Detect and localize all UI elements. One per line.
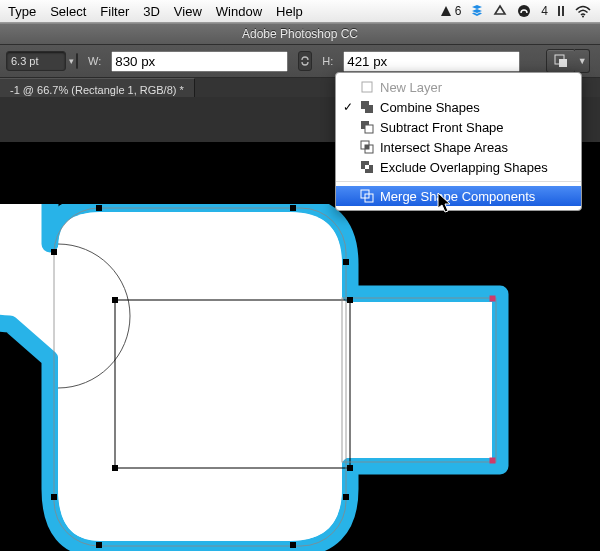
menu-select[interactable]: Select bbox=[50, 4, 86, 19]
svg-rect-16 bbox=[290, 205, 296, 211]
svg-rect-2 bbox=[562, 6, 564, 16]
popup-item-label: Combine Shapes bbox=[380, 100, 480, 115]
app-titlebar: Adobe Photoshop CC bbox=[0, 23, 600, 45]
svg-point-3 bbox=[582, 16, 584, 18]
path-operations-popup: New Layer ✓ Combine Shapes Subtract Fron… bbox=[335, 72, 582, 211]
stroke-style-dropdown[interactable] bbox=[76, 53, 78, 69]
svg-rect-29 bbox=[365, 125, 373, 133]
svg-rect-23 bbox=[490, 296, 495, 301]
link-dimensions-icon[interactable] bbox=[298, 51, 312, 71]
popup-item-label: Merge Shape Components bbox=[380, 189, 535, 204]
adobe-notif-icon[interactable]: 6 bbox=[439, 4, 462, 18]
path-operations-dropdown-arrow[interactable]: ▼ bbox=[575, 49, 590, 73]
menu-3d[interactable]: 3D bbox=[143, 4, 160, 19]
exclude-icon bbox=[360, 160, 374, 174]
document-tab-title: -1 @ 66.7% (Rectangle 1, RGB/8) * bbox=[10, 84, 184, 96]
svg-rect-18 bbox=[343, 259, 349, 265]
height-field[interactable] bbox=[343, 51, 520, 72]
combine-icon bbox=[360, 100, 374, 114]
svg-rect-5 bbox=[559, 59, 567, 67]
app-title: Adobe Photoshop CC bbox=[242, 27, 358, 41]
path-operations-button[interactable] bbox=[546, 49, 576, 73]
menu-filter[interactable]: Filter bbox=[100, 4, 129, 19]
svg-rect-1 bbox=[558, 6, 560, 16]
svg-rect-22 bbox=[290, 542, 296, 548]
dropbox-icon[interactable] bbox=[469, 4, 485, 18]
popup-item-label: Intersect Shape Areas bbox=[380, 140, 508, 155]
width-label: W: bbox=[88, 55, 101, 67]
svg-rect-15 bbox=[96, 205, 102, 211]
popup-item-label: Exclude Overlapping Shapes bbox=[380, 160, 548, 175]
notification-count[interactable]: 4 bbox=[541, 4, 548, 18]
popup-exclude[interactable]: Exclude Overlapping Shapes bbox=[336, 157, 581, 177]
creative-cloud-icon[interactable] bbox=[515, 4, 533, 18]
intersect-icon bbox=[360, 140, 374, 154]
svg-rect-20 bbox=[343, 494, 349, 500]
width-field[interactable] bbox=[111, 51, 288, 72]
drive-icon[interactable] bbox=[493, 4, 507, 18]
height-label: H: bbox=[322, 55, 333, 67]
menubar-divider-icon bbox=[556, 4, 566, 18]
new-layer-icon bbox=[360, 80, 374, 94]
svg-rect-19 bbox=[51, 494, 57, 500]
merge-icon bbox=[360, 189, 374, 203]
svg-rect-13 bbox=[112, 465, 118, 471]
svg-rect-24 bbox=[490, 458, 495, 463]
popup-new-layer: New Layer bbox=[336, 77, 581, 97]
svg-point-0 bbox=[518, 5, 530, 17]
subtract-icon bbox=[360, 120, 374, 134]
menu-help[interactable]: Help bbox=[276, 4, 303, 19]
popup-item-label: New Layer bbox=[380, 80, 442, 95]
vector-shape[interactable] bbox=[0, 204, 550, 551]
svg-rect-17 bbox=[51, 249, 57, 255]
mac-menubar: Type Select Filter 3D View Window Help 6… bbox=[0, 0, 600, 23]
svg-rect-21 bbox=[96, 542, 102, 548]
popup-subtract-front[interactable]: Subtract Front Shape bbox=[336, 117, 581, 137]
popup-separator bbox=[336, 181, 581, 182]
popup-item-label: Subtract Front Shape bbox=[380, 120, 504, 135]
menu-view[interactable]: View bbox=[174, 4, 202, 19]
svg-rect-35 bbox=[365, 165, 369, 169]
svg-rect-25 bbox=[362, 82, 372, 92]
svg-rect-12 bbox=[347, 297, 353, 303]
svg-rect-14 bbox=[347, 465, 353, 471]
stroke-width-field[interactable] bbox=[6, 51, 66, 71]
popup-merge-components[interactable]: Merge Shape Components bbox=[336, 186, 581, 206]
popup-combine-shapes[interactable]: ✓ Combine Shapes bbox=[336, 97, 581, 117]
wifi-icon[interactable] bbox=[574, 4, 592, 18]
menu-type[interactable]: Type bbox=[8, 4, 36, 19]
svg-rect-27 bbox=[365, 105, 373, 113]
svg-rect-11 bbox=[112, 297, 118, 303]
svg-rect-32 bbox=[365, 145, 369, 149]
menu-window[interactable]: Window bbox=[216, 4, 262, 19]
popup-intersect[interactable]: Intersect Shape Areas bbox=[336, 137, 581, 157]
